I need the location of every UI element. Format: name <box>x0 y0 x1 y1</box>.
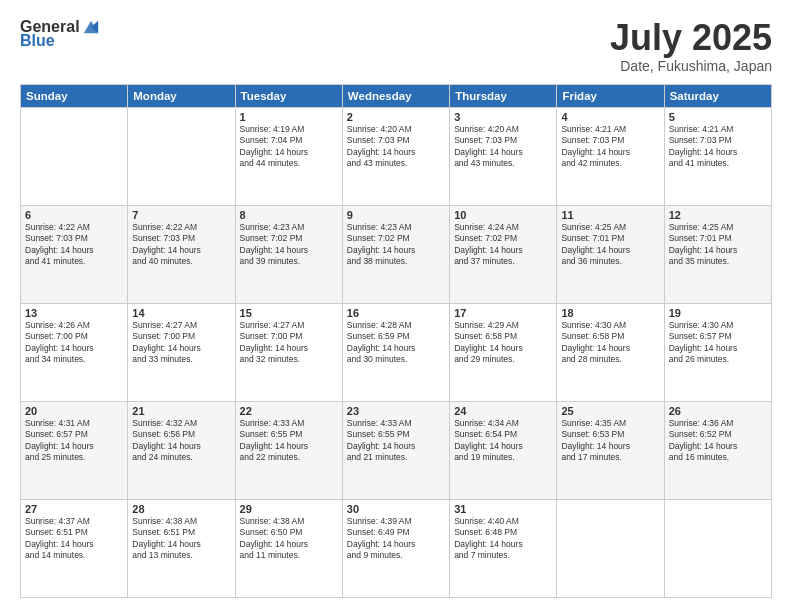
table-row: 30Sunrise: 4:39 AM Sunset: 6:49 PM Dayli… <box>342 499 449 597</box>
day-number: 18 <box>561 307 659 319</box>
day-number: 30 <box>347 503 445 515</box>
day-info: Sunrise: 4:22 AM Sunset: 7:03 PM Dayligh… <box>132 222 230 268</box>
table-row: 4Sunrise: 4:21 AM Sunset: 7:03 PM Daylig… <box>557 107 664 205</box>
day-number: 27 <box>25 503 123 515</box>
day-number: 8 <box>240 209 338 221</box>
calendar-week-row: 20Sunrise: 4:31 AM Sunset: 6:57 PM Dayli… <box>21 401 772 499</box>
table-row: 29Sunrise: 4:38 AM Sunset: 6:50 PM Dayli… <box>235 499 342 597</box>
day-info: Sunrise: 4:23 AM Sunset: 7:02 PM Dayligh… <box>347 222 445 268</box>
day-info: Sunrise: 4:20 AM Sunset: 7:03 PM Dayligh… <box>347 124 445 170</box>
day-number: 31 <box>454 503 552 515</box>
table-row: 31Sunrise: 4:40 AM Sunset: 6:48 PM Dayli… <box>450 499 557 597</box>
header-wednesday: Wednesday <box>342 84 449 107</box>
day-info: Sunrise: 4:34 AM Sunset: 6:54 PM Dayligh… <box>454 418 552 464</box>
calendar-week-row: 13Sunrise: 4:26 AM Sunset: 7:00 PM Dayli… <box>21 303 772 401</box>
day-info: Sunrise: 4:24 AM Sunset: 7:02 PM Dayligh… <box>454 222 552 268</box>
table-row: 16Sunrise: 4:28 AM Sunset: 6:59 PM Dayli… <box>342 303 449 401</box>
calendar-table: Sunday Monday Tuesday Wednesday Thursday… <box>20 84 772 598</box>
logo-icon <box>82 18 100 36</box>
table-row: 23Sunrise: 4:33 AM Sunset: 6:55 PM Dayli… <box>342 401 449 499</box>
table-row: 28Sunrise: 4:38 AM Sunset: 6:51 PM Dayli… <box>128 499 235 597</box>
day-info: Sunrise: 4:19 AM Sunset: 7:04 PM Dayligh… <box>240 124 338 170</box>
day-number: 25 <box>561 405 659 417</box>
day-info: Sunrise: 4:21 AM Sunset: 7:03 PM Dayligh… <box>669 124 767 170</box>
day-info: Sunrise: 4:30 AM Sunset: 6:58 PM Dayligh… <box>561 320 659 366</box>
header-saturday: Saturday <box>664 84 771 107</box>
day-info: Sunrise: 4:26 AM Sunset: 7:00 PM Dayligh… <box>25 320 123 366</box>
day-info: Sunrise: 4:35 AM Sunset: 6:53 PM Dayligh… <box>561 418 659 464</box>
table-row: 21Sunrise: 4:32 AM Sunset: 6:56 PM Dayli… <box>128 401 235 499</box>
table-row: 1Sunrise: 4:19 AM Sunset: 7:04 PM Daylig… <box>235 107 342 205</box>
table-row: 15Sunrise: 4:27 AM Sunset: 7:00 PM Dayli… <box>235 303 342 401</box>
table-row: 26Sunrise: 4:36 AM Sunset: 6:52 PM Dayli… <box>664 401 771 499</box>
table-row: 9Sunrise: 4:23 AM Sunset: 7:02 PM Daylig… <box>342 205 449 303</box>
table-row: 22Sunrise: 4:33 AM Sunset: 6:55 PM Dayli… <box>235 401 342 499</box>
day-info: Sunrise: 4:33 AM Sunset: 6:55 PM Dayligh… <box>347 418 445 464</box>
table-row: 25Sunrise: 4:35 AM Sunset: 6:53 PM Dayli… <box>557 401 664 499</box>
table-row: 14Sunrise: 4:27 AM Sunset: 7:00 PM Dayli… <box>128 303 235 401</box>
day-number: 3 <box>454 111 552 123</box>
day-info: Sunrise: 4:23 AM Sunset: 7:02 PM Dayligh… <box>240 222 338 268</box>
day-info: Sunrise: 4:33 AM Sunset: 6:55 PM Dayligh… <box>240 418 338 464</box>
day-number: 28 <box>132 503 230 515</box>
day-info: Sunrise: 4:38 AM Sunset: 6:50 PM Dayligh… <box>240 516 338 562</box>
table-row: 3Sunrise: 4:20 AM Sunset: 7:03 PM Daylig… <box>450 107 557 205</box>
table-row: 2Sunrise: 4:20 AM Sunset: 7:03 PM Daylig… <box>342 107 449 205</box>
title-block: July 2025 Date, Fukushima, Japan <box>610 18 772 74</box>
table-row <box>664 499 771 597</box>
day-number: 21 <box>132 405 230 417</box>
day-number: 2 <box>347 111 445 123</box>
table-row <box>21 107 128 205</box>
header-sunday: Sunday <box>21 84 128 107</box>
month-title: July 2025 <box>610 18 772 58</box>
day-number: 29 <box>240 503 338 515</box>
table-row: 7Sunrise: 4:22 AM Sunset: 7:03 PM Daylig… <box>128 205 235 303</box>
day-number: 19 <box>669 307 767 319</box>
day-number: 1 <box>240 111 338 123</box>
day-info: Sunrise: 4:20 AM Sunset: 7:03 PM Dayligh… <box>454 124 552 170</box>
table-row: 12Sunrise: 4:25 AM Sunset: 7:01 PM Dayli… <box>664 205 771 303</box>
table-row: 11Sunrise: 4:25 AM Sunset: 7:01 PM Dayli… <box>557 205 664 303</box>
header: General Blue July 2025 Date, Fukushima, … <box>20 18 772 74</box>
header-friday: Friday <box>557 84 664 107</box>
table-row: 18Sunrise: 4:30 AM Sunset: 6:58 PM Dayli… <box>557 303 664 401</box>
logo-blue: Blue <box>20 32 55 50</box>
day-number: 10 <box>454 209 552 221</box>
table-row: 6Sunrise: 4:22 AM Sunset: 7:03 PM Daylig… <box>21 205 128 303</box>
day-number: 4 <box>561 111 659 123</box>
day-number: 23 <box>347 405 445 417</box>
day-info: Sunrise: 4:38 AM Sunset: 6:51 PM Dayligh… <box>132 516 230 562</box>
table-row <box>128 107 235 205</box>
day-info: Sunrise: 4:28 AM Sunset: 6:59 PM Dayligh… <box>347 320 445 366</box>
day-info: Sunrise: 4:39 AM Sunset: 6:49 PM Dayligh… <box>347 516 445 562</box>
day-info: Sunrise: 4:27 AM Sunset: 7:00 PM Dayligh… <box>240 320 338 366</box>
table-row: 20Sunrise: 4:31 AM Sunset: 6:57 PM Dayli… <box>21 401 128 499</box>
day-info: Sunrise: 4:37 AM Sunset: 6:51 PM Dayligh… <box>25 516 123 562</box>
day-info: Sunrise: 4:29 AM Sunset: 6:58 PM Dayligh… <box>454 320 552 366</box>
day-info: Sunrise: 4:40 AM Sunset: 6:48 PM Dayligh… <box>454 516 552 562</box>
day-number: 13 <box>25 307 123 319</box>
day-number: 22 <box>240 405 338 417</box>
header-thursday: Thursday <box>450 84 557 107</box>
table-row <box>557 499 664 597</box>
calendar-week-row: 6Sunrise: 4:22 AM Sunset: 7:03 PM Daylig… <box>21 205 772 303</box>
day-number: 20 <box>25 405 123 417</box>
day-number: 24 <box>454 405 552 417</box>
table-row: 13Sunrise: 4:26 AM Sunset: 7:00 PM Dayli… <box>21 303 128 401</box>
day-info: Sunrise: 4:27 AM Sunset: 7:00 PM Dayligh… <box>132 320 230 366</box>
day-number: 12 <box>669 209 767 221</box>
day-info: Sunrise: 4:25 AM Sunset: 7:01 PM Dayligh… <box>561 222 659 268</box>
logo: General Blue <box>20 18 100 50</box>
table-row: 27Sunrise: 4:37 AM Sunset: 6:51 PM Dayli… <box>21 499 128 597</box>
weekday-header-row: Sunday Monday Tuesday Wednesday Thursday… <box>21 84 772 107</box>
page: General Blue July 2025 Date, Fukushima, … <box>0 0 792 612</box>
day-number: 7 <box>132 209 230 221</box>
day-info: Sunrise: 4:30 AM Sunset: 6:57 PM Dayligh… <box>669 320 767 366</box>
header-monday: Monday <box>128 84 235 107</box>
day-info: Sunrise: 4:22 AM Sunset: 7:03 PM Dayligh… <box>25 222 123 268</box>
day-info: Sunrise: 4:25 AM Sunset: 7:01 PM Dayligh… <box>669 222 767 268</box>
day-info: Sunrise: 4:21 AM Sunset: 7:03 PM Dayligh… <box>561 124 659 170</box>
calendar-week-row: 27Sunrise: 4:37 AM Sunset: 6:51 PM Dayli… <box>21 499 772 597</box>
day-info: Sunrise: 4:32 AM Sunset: 6:56 PM Dayligh… <box>132 418 230 464</box>
location-subtitle: Date, Fukushima, Japan <box>610 58 772 74</box>
